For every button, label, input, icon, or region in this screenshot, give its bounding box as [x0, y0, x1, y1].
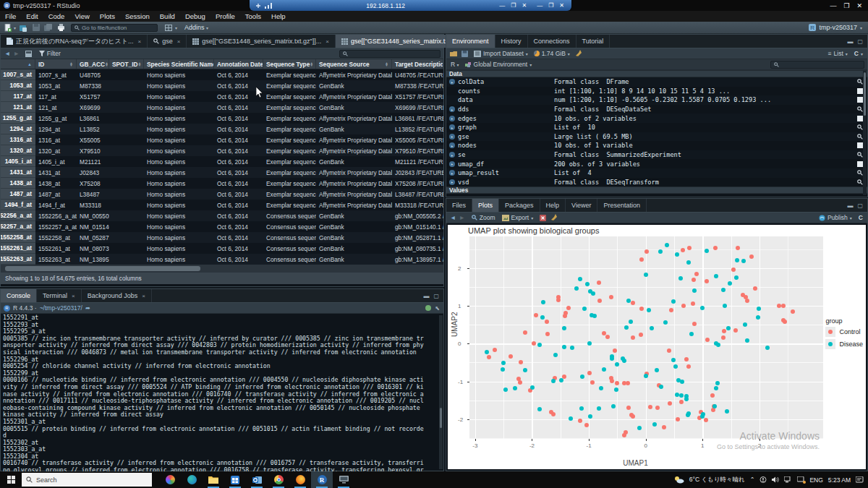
- rdp2-minimize-button[interactable]: —: [537, 2, 542, 9]
- prev-plot-icon[interactable]: ◄: [450, 214, 456, 221]
- weather-temp[interactable]: 6°C くもり時々晴れ: [689, 476, 745, 484]
- taskbar-firefox-icon[interactable]: [289, 471, 311, 488]
- load-workspace-icon[interactable]: [450, 51, 458, 57]
- table-row[interactable]: 1552258_at1552258_atNM_052871Homo sapien…: [1, 232, 443, 243]
- workspace-panes-icon[interactable]: [165, 25, 172, 31]
- open-new-window-icon[interactable]: [25, 51, 32, 57]
- speaker-icon[interactable]: [772, 476, 779, 483]
- plots-tab-presentation[interactable]: Presentation: [597, 199, 647, 212]
- menu-session[interactable]: Session: [120, 12, 155, 20]
- remove-plot-icon[interactable]: [540, 215, 546, 221]
- table-row[interactable]: 1487_at1487_atL38487Homo sapiensOct 6, 2…: [1, 189, 443, 200]
- forward-icon[interactable]: ►: [13, 50, 19, 57]
- new-file-icon[interactable]: [4, 24, 12, 32]
- menu-file[interactable]: File: [0, 12, 21, 20]
- environment-tab-environment[interactable]: Environment: [446, 35, 495, 48]
- console-tab-background-jobs[interactable]: Background Jobs×: [82, 289, 152, 302]
- close-tab-icon[interactable]: ×: [177, 38, 181, 45]
- window-maximize-button[interactable]: ❐: [843, 2, 849, 9]
- taskbar-rdp-icon[interactable]: [333, 471, 354, 488]
- pane-maximize-icon[interactable]: ▢: [433, 293, 439, 299]
- import-dataset-button[interactable]: Import Dataset▾: [474, 50, 528, 57]
- panes-dropdown[interactable]: ▾: [175, 25, 177, 30]
- console-vscrollbar[interactable]: [439, 315, 443, 469]
- next-plot-icon[interactable]: ►: [459, 214, 464, 221]
- goto-file-search[interactable]: Go to file/function: [71, 24, 158, 32]
- onedrive-icon[interactable]: [760, 476, 767, 483]
- publish-button[interactable]: Publish▾ C: [819, 214, 863, 221]
- taskbar-search-input[interactable]: Search: [22, 473, 152, 487]
- environment-tab-history[interactable]: History: [495, 35, 528, 48]
- console-tab-console[interactable]: Console: [1, 289, 37, 302]
- environment-selector[interactable]: Global Environment▾: [465, 61, 532, 68]
- env-variable-umap_df[interactable]: ▸umap_df200 obs. of 3 variables: [446, 159, 867, 168]
- close-tab-icon[interactable]: ×: [142, 293, 145, 299]
- refresh-plot-icon[interactable]: C: [859, 214, 863, 221]
- refresh-icon[interactable]: C: [854, 50, 859, 57]
- column-header-sequence-type[interactable]: Sequence Type▲▼: [263, 59, 316, 69]
- rdp-restore-button[interactable]: ❐: [511, 2, 516, 9]
- table-hscrollbar[interactable]: [1, 265, 443, 273]
- rdp-minimize-button[interactable]: —: [499, 2, 505, 9]
- taskbar-outlook-icon[interactable]: [246, 471, 268, 488]
- env-variable-data[interactable]: datanum [1:200, 1:10] -0.5605 -0.2302 1.…: [446, 95, 867, 105]
- environment-tab-tutorial[interactable]: Tutorial: [576, 35, 610, 48]
- menu-profile[interactable]: Profile: [210, 12, 240, 20]
- rdp-close-button[interactable]: ✕: [522, 2, 527, 9]
- goto-wd-icon[interactable]: ➦: [85, 305, 90, 312]
- save-icon[interactable]: [33, 24, 40, 31]
- pane-maximize-icon[interactable]: ▢: [857, 38, 863, 45]
- table-row[interactable]: 1007_s_at1007_s_atU48705Homo sapiensOct …: [1, 69, 443, 80]
- console-tab-terminal[interactable]: Terminal×: [37, 289, 82, 302]
- env-variable-gse[interactable]: ▸gseLarge list ( 69.5 MB): [446, 132, 867, 142]
- table-row[interactable]: 1494_f_at1494_f_atM33318Homo sapiensOct …: [1, 200, 443, 210]
- column-header-annotation-date[interactable]: Annotation Date▲▼: [214, 59, 263, 69]
- table-row[interactable]: 1552261_at1552261_atNM_080735Homo sapien…: [1, 243, 443, 254]
- taskbar-chrome-icon[interactable]: [268, 471, 289, 488]
- column-header-id[interactable]: ID▲▼: [35, 59, 77, 69]
- console-resize-icon[interactable]: ⬉: [435, 305, 440, 312]
- menu-help[interactable]: Help: [266, 12, 291, 20]
- table-row[interactable]: 1552257_a_at1552257_a_atNM_015140Homo sa…: [1, 221, 443, 232]
- expand-icon[interactable]: ▸: [449, 134, 455, 140]
- env-variable-dds[interactable]: ▸ddsFormal class DESeqDataSet: [446, 105, 867, 114]
- taskbar-store-icon[interactable]: [224, 471, 246, 488]
- back-icon[interactable]: ◄: [4, 50, 10, 57]
- menu-debug[interactable]: Debug: [180, 12, 210, 20]
- env-variable-nodes[interactable]: ▸nodes10 obs. of 1 variable: [446, 141, 867, 150]
- table-row[interactable]: 1431_at1431_atJ02843Homo sapiensOct 6, 2…: [1, 167, 443, 178]
- expand-icon[interactable]: ▸: [449, 79, 455, 85]
- tray-chevron-icon[interactable]: ⌃: [750, 476, 755, 483]
- expand-icon[interactable]: ▸: [449, 152, 455, 158]
- menu-edit[interactable]: Edit: [21, 12, 43, 20]
- pin-icon[interactable]: [255, 3, 261, 9]
- new-file-dropdown[interactable]: ▾: [14, 25, 16, 30]
- network-icon[interactable]: [784, 476, 792, 483]
- column-header-sequence-source[interactable]: Sequence Source▲▼: [316, 59, 392, 69]
- table-row[interactable]: 1552263_at1552263_atNM_138957Homo sapien…: [1, 254, 443, 265]
- table-row[interactable]: 1405_i_at1405_i_atM21121Homo sapiensOct …: [1, 156, 443, 167]
- column-header-gb-acc[interactable]: GB_ACC▲▼: [77, 59, 109, 69]
- table-row[interactable]: 1320_at1320_atX79510Homo sapiensOct 6, 2…: [1, 145, 443, 156]
- working-directory[interactable]: ~/tmp-v250317/: [40, 304, 82, 312]
- list-view-button[interactable]: ≡List▾ C▾: [828, 50, 863, 57]
- table-corner-header[interactable]: ▲: [1, 59, 35, 69]
- pane-minimize-icon[interactable]: ▬: [423, 293, 429, 299]
- table-row[interactable]: 1255_g_at1255_g_atL36861Homo sapiensOct …: [1, 113, 443, 124]
- filter-button[interactable]: Filter: [39, 50, 61, 57]
- menu-tools[interactable]: Tools: [240, 12, 266, 20]
- table-row[interactable]: 117_at117_atX51757Homo sapiensOct 6, 201…: [1, 91, 443, 102]
- table-row[interactable]: 121_at121_atX69699Homo sapiensOct 6, 201…: [1, 102, 443, 113]
- plots-tab-files[interactable]: Files: [446, 199, 472, 212]
- sort-toggle-icon[interactable]: ▲▼: [69, 62, 73, 67]
- zoom-plot-button[interactable]: Zoom: [472, 214, 495, 221]
- env-variable-counts[interactable]: countsint [1:100, 1:10] 8 9 14 10 10 15 …: [446, 87, 867, 96]
- start-button[interactable]: [0, 471, 22, 488]
- remote-desktop-bar[interactable]: 192.168.1.112 — ❐ ✕ — ❐ ✕: [250, 0, 571, 11]
- env-variable-se[interactable]: ▸seFormal class SummarizedExperiment: [446, 150, 867, 160]
- window-minimize-button[interactable]: —: [830, 2, 836, 9]
- pane-minimize-icon[interactable]: ▬: [847, 202, 853, 209]
- table-search-input[interactable]: [339, 50, 441, 58]
- env-variable-umap_result[interactable]: ▸umap_resultList of 4: [446, 168, 867, 178]
- column-header-target-description[interactable]: Target Description▲▼: [392, 59, 443, 69]
